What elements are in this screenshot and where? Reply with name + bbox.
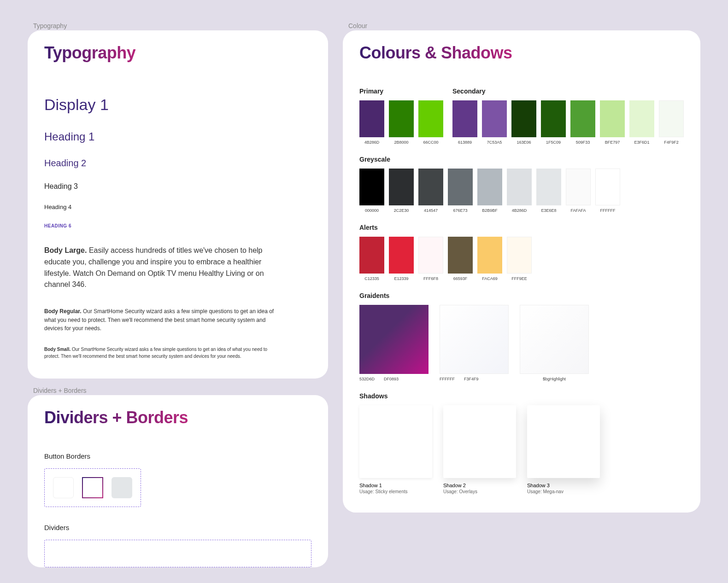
body-small: Body Small. Our SmartHome Security wizar… bbox=[44, 346, 279, 360]
colour-swatch bbox=[389, 100, 414, 137]
swatch-label: FAFAFA bbox=[570, 208, 586, 213]
colour-swatch bbox=[418, 169, 443, 205]
button-sample-outlined bbox=[82, 477, 103, 498]
colour-swatch bbox=[448, 169, 473, 205]
swatch-label: FACA69 bbox=[482, 276, 498, 281]
colours-panel: Colours & Shadows Primary 4B286D2B800066… bbox=[343, 30, 700, 513]
colour-swatch bbox=[541, 100, 566, 137]
swatch-label: FFF9EE bbox=[511, 276, 527, 281]
shadow-usage: Usage: Mega-nav bbox=[527, 489, 600, 494]
heading-4: Heading 4 bbox=[44, 204, 311, 210]
alerts-label: Alerts bbox=[359, 224, 684, 231]
colour-swatch bbox=[507, 169, 532, 205]
heading-3: Heading 3 bbox=[44, 182, 311, 191]
shadow-sample-2 bbox=[443, 405, 516, 478]
button-borders-container bbox=[44, 468, 141, 507]
gradient-label: F3F4F9 bbox=[464, 377, 479, 381]
swatch-label: E12339 bbox=[394, 276, 408, 281]
colour-swatch bbox=[482, 100, 507, 137]
colour-swatch bbox=[659, 100, 684, 137]
colour-swatch bbox=[359, 237, 384, 274]
display-1: Display 1 bbox=[44, 96, 311, 114]
swatch-label: 1F5C09 bbox=[546, 140, 561, 145]
colour-swatch bbox=[595, 169, 620, 205]
secondary-label: Secondary bbox=[452, 87, 684, 95]
colour-swatch bbox=[389, 237, 414, 274]
swatch-label: 2B8000 bbox=[394, 140, 408, 145]
gradient-highlight bbox=[520, 305, 589, 374]
button-borders-heading: Button Borders bbox=[44, 452, 311, 460]
colour-swatch bbox=[359, 169, 384, 205]
gradient-purple bbox=[359, 305, 429, 374]
colour-swatch bbox=[566, 169, 591, 205]
divider-sample bbox=[44, 540, 311, 567]
gradient-label: FFFFFF bbox=[440, 377, 455, 381]
shadow-sample-3 bbox=[527, 405, 600, 478]
colour-swatch bbox=[389, 169, 414, 205]
gradients-label: Graidents bbox=[359, 292, 684, 299]
swatch-label: 66CC00 bbox=[423, 140, 438, 145]
section-label-dividers: Dividers + Borders bbox=[33, 387, 328, 394]
shadow-sample-1 bbox=[359, 405, 432, 478]
body-large: Body Large. Easily access hundreds of ti… bbox=[44, 245, 279, 291]
swatch-label: E3F6D1 bbox=[634, 140, 649, 145]
swatch-label: 414547 bbox=[424, 208, 438, 213]
heading-2: Heading 2 bbox=[44, 158, 311, 169]
shadow-usage: Usage: Overlays bbox=[443, 489, 516, 494]
shadow-name: Shadow 1 bbox=[359, 483, 432, 488]
colours-title: Colours & Shadows bbox=[359, 43, 512, 63]
gradient-label: 532D6D bbox=[359, 377, 375, 381]
greyscale-label: Greyscale bbox=[359, 156, 684, 163]
swatch-label: 676E73 bbox=[453, 208, 467, 213]
swatch-label: 000000 bbox=[365, 208, 379, 213]
colour-swatch bbox=[477, 237, 502, 274]
swatch-label: 613889 bbox=[458, 140, 472, 145]
swatch-label: BFE797 bbox=[605, 140, 620, 145]
button-sample-filled bbox=[112, 477, 132, 498]
shadow-usage: Usage: Sticky elements bbox=[359, 489, 432, 494]
swatch-label: B2B9BF bbox=[482, 208, 498, 213]
swatch-label: 163E06 bbox=[517, 140, 531, 145]
gradient-label: DF0893 bbox=[384, 377, 399, 381]
section-label-colour: Colour bbox=[348, 22, 700, 29]
heading-1: Heading 1 bbox=[44, 130, 311, 143]
section-label-typography: Typography bbox=[33, 22, 328, 29]
colour-swatch bbox=[452, 100, 477, 137]
colour-swatch bbox=[570, 100, 595, 137]
gradient-neutral bbox=[440, 305, 509, 374]
swatch-label: E3E6E8 bbox=[541, 208, 556, 213]
typography-title: Typography bbox=[44, 43, 135, 63]
colour-swatch bbox=[448, 237, 473, 274]
colour-swatch bbox=[507, 237, 532, 274]
swatch-label: C12335 bbox=[364, 276, 379, 281]
shadow-name: Shadow 2 bbox=[443, 483, 516, 488]
colour-swatch bbox=[418, 237, 443, 274]
swatch-label: FFF6F8 bbox=[423, 276, 438, 281]
button-sample-plain bbox=[53, 477, 74, 498]
swatch-label: F4F9F2 bbox=[664, 140, 679, 145]
colour-swatch bbox=[511, 100, 536, 137]
heading-6: HEADING 6 bbox=[44, 223, 311, 228]
swatch-label: 4B286D bbox=[364, 140, 380, 145]
gradient-label: $bgHighlight bbox=[543, 377, 566, 381]
shadow-name: Shadow 3 bbox=[527, 483, 600, 488]
primary-label: Primary bbox=[359, 87, 443, 95]
colour-swatch bbox=[536, 169, 561, 205]
colour-swatch bbox=[629, 100, 654, 137]
swatch-label: 2C2E30 bbox=[394, 208, 409, 213]
body-regular: Body Regular. Our SmartHome Security wiz… bbox=[44, 307, 279, 333]
typography-panel: Typography Display 1 Heading 1 Heading 2… bbox=[28, 30, 328, 379]
colour-swatch bbox=[477, 169, 502, 205]
swatch-label: 509F33 bbox=[576, 140, 590, 145]
colour-swatch bbox=[418, 100, 443, 137]
shadows-label: Shadows bbox=[359, 392, 684, 400]
dividers-heading: Dividers bbox=[44, 524, 311, 531]
dividers-title: Dividers + Borders bbox=[44, 408, 188, 427]
colour-swatch bbox=[359, 100, 384, 137]
swatch-label: FFFFFF bbox=[600, 208, 616, 213]
swatch-label: 4B286D bbox=[512, 208, 527, 213]
swatch-label: 66593F bbox=[453, 276, 468, 281]
swatch-label: 7C53A5 bbox=[487, 140, 502, 145]
dividers-panel: Dividers + Borders Button Borders Divide… bbox=[28, 395, 328, 567]
colour-swatch bbox=[600, 100, 625, 137]
